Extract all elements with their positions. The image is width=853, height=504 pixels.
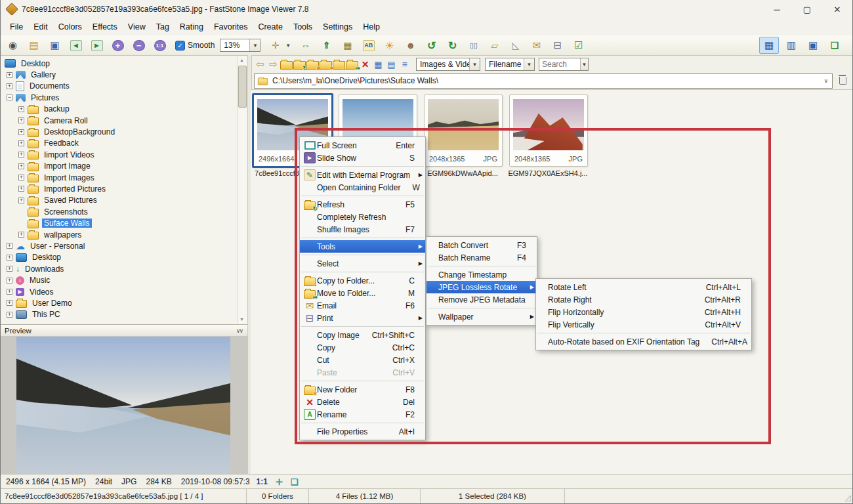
tree-item-pictures[interactable]: −Pictures: [1, 92, 247, 103]
menu-file[interactable]: File: [5, 20, 28, 33]
view-detail-icon[interactable]: ▤: [385, 56, 398, 72]
tree-item-wallpapers[interactable]: +wallpapers: [1, 229, 247, 240]
delete-icon[interactable]: ✕: [359, 56, 371, 72]
menu-tag[interactable]: Tag: [151, 20, 175, 33]
search-box[interactable]: ▼: [539, 58, 589, 71]
tree-item-user-demo[interactable]: +User Demo: [1, 297, 247, 308]
maximize-button[interactable]: ▢: [792, 0, 822, 18]
folder-up-icon[interactable]: ↑: [280, 56, 293, 72]
crop-icon[interactable]: ▦: [339, 37, 356, 53]
expand-toggle-icon[interactable]: +: [7, 300, 12, 306]
sort-combo-arrow-icon[interactable]: ▼: [524, 58, 534, 70]
tree-item-documents[interactable]: +Documents: [1, 81, 247, 92]
resize-icon[interactable]: ⇔: [297, 37, 314, 53]
tree-item-camera-roll[interactable]: +Camera Roll: [1, 115, 247, 126]
tree-item-saved-pictures[interactable]: +Saved Pictures: [1, 195, 247, 206]
options-icon[interactable]: ☑: [570, 37, 587, 53]
close-button[interactable]: ✕: [822, 0, 852, 18]
expand-toggle-icon[interactable]: +: [7, 312, 12, 318]
redeye-icon[interactable]: ☻: [402, 37, 419, 53]
menu-effects[interactable]: Effects: [87, 20, 123, 33]
rotate-left-icon[interactable]: ↺: [423, 37, 440, 53]
colors-icon[interactable]: ☀: [381, 37, 398, 53]
tree-item-backup[interactable]: +backup: [1, 104, 247, 115]
view-list-icon[interactable]: ≡: [398, 56, 411, 72]
expand-toggle-icon[interactable]: +: [18, 186, 24, 192]
expand-toggle-icon[interactable]: +: [7, 72, 12, 78]
expand-toggle-icon[interactable]: +: [7, 83, 12, 89]
rename-ab-icon[interactable]: AB: [360, 37, 377, 53]
hand-dropdown-icon[interactable]: ▼: [285, 43, 291, 49]
expand-toggle-icon[interactable]: +: [7, 243, 12, 249]
next-icon[interactable]: ►: [89, 37, 105, 53]
pan-icon[interactable]: ✛: [276, 477, 283, 487]
expand-toggle-icon[interactable]: +: [18, 117, 24, 123]
tree-item-music[interactable]: +♪Music: [1, 274, 247, 285]
address-dropdown-icon[interactable]: ∨: [820, 77, 832, 84]
back-icon[interactable]: ⇦: [254, 56, 266, 72]
menu-edit[interactable]: Edit: [28, 20, 53, 33]
menu-rating[interactable]: Rating: [175, 20, 209, 33]
expand-toggle-icon[interactable]: +: [18, 106, 24, 112]
expand-toggle-icon[interactable]: +: [18, 232, 24, 238]
scroll-down-icon[interactable]: ▼: [238, 315, 246, 324]
print-icon[interactable]: ⊟: [549, 37, 566, 53]
menu-help[interactable]: Help: [358, 20, 385, 33]
tree-item-iimport-videos[interactable]: +Iimport Videos: [1, 149, 247, 160]
view-grid-icon[interactable]: ▦: [372, 56, 385, 72]
scan-icon[interactable]: ◺: [507, 37, 524, 53]
image-up-icon[interactable]: ⇑: [318, 37, 335, 53]
expand-toggle-icon[interactable]: +: [18, 163, 24, 169]
expand-toggle-icon[interactable]: +: [7, 266, 12, 272]
folder-favorites-icon[interactable]: ★: [306, 56, 319, 72]
sort-combo[interactable]: Filename ▼: [485, 58, 535, 71]
zoom-out-icon[interactable]: −: [131, 37, 147, 53]
compare-icon[interactable]: ▯▯: [465, 37, 482, 53]
open-icon[interactable]: ▤: [26, 37, 42, 53]
preview-collapse-icon[interactable]: ∨∨: [236, 327, 242, 334]
save-icon[interactable]: ▣: [47, 37, 63, 53]
menu-settings[interactable]: Settings: [318, 20, 358, 33]
expand-toggle-icon[interactable]: +: [7, 289, 12, 295]
resize-grip[interactable]: ◿: [845, 493, 851, 502]
expand-toggle-icon[interactable]: +: [18, 175, 24, 180]
tree-item-screenshots[interactable]: Screenshots: [1, 206, 247, 217]
address-combo[interactable]: C:\Users\m_la\OneDrive\Pictures\Suface W…: [254, 74, 833, 89]
forward-icon[interactable]: ⇨: [267, 56, 280, 72]
expand-toggle-icon[interactable]: +: [18, 152, 24, 158]
view-thumbs-icon[interactable]: ▦: [759, 37, 779, 54]
tree-item-import-image[interactable]: +Import Image: [1, 161, 247, 172]
minimize-button[interactable]: ─: [762, 0, 792, 18]
folder-copy-icon[interactable]: →: [333, 56, 345, 72]
folder-refresh-icon[interactable]: ↻: [293, 56, 306, 72]
clear-history-button[interactable]: [835, 74, 850, 88]
filter-combo[interactable]: Images & Videos ▼: [416, 58, 480, 71]
expand-toggle-icon[interactable]: +: [7, 255, 12, 261]
smooth-checkbox[interactable]: ✓ Smooth: [175, 41, 215, 51]
menu-tools[interactable]: Tools: [288, 20, 318, 33]
tree-item-downloads[interactable]: +↓Downloads: [1, 263, 247, 274]
menu-favorites[interactable]: Favorites: [209, 20, 253, 33]
expand-toggle-icon[interactable]: −: [7, 94, 12, 100]
tree-item-this-pc[interactable]: +This PC: [1, 309, 247, 320]
acquire-icon[interactable]: ◉: [5, 37, 21, 53]
copy-slide-icon[interactable]: ▱: [486, 37, 503, 53]
hand-icon[interactable]: ✛: [267, 37, 283, 53]
tree-item-suface-walls[interactable]: Suface Walls: [1, 217, 247, 228]
actual-size-icon[interactable]: 1:1: [152, 37, 168, 53]
zoom-combo[interactable]: 13% ▼: [220, 39, 260, 52]
tree-item-videos[interactable]: +▶Videos: [1, 286, 247, 297]
tree-item-imported-pictures[interactable]: +Imported Pictures: [1, 183, 247, 194]
expand-toggle-icon[interactable]: +: [18, 198, 24, 203]
tree-item-import-images[interactable]: +Import Images: [1, 172, 247, 183]
filter-combo-arrow-icon[interactable]: ▼: [469, 58, 480, 70]
search-combo-arrow-icon[interactable]: ▼: [580, 58, 588, 70]
previous-icon[interactable]: ◄: [68, 37, 84, 53]
scrollbar-thumb[interactable]: [238, 66, 247, 108]
menu-colors[interactable]: Colors: [53, 20, 87, 33]
folder-new-icon[interactable]: ✶: [320, 56, 332, 72]
fullscreen-icon[interactable]: ❏: [825, 37, 844, 53]
menu-view[interactable]: View: [123, 20, 151, 33]
tree-item-desktop[interactable]: Desktop: [1, 58, 247, 69]
expand-toggle-icon[interactable]: +: [18, 129, 24, 135]
